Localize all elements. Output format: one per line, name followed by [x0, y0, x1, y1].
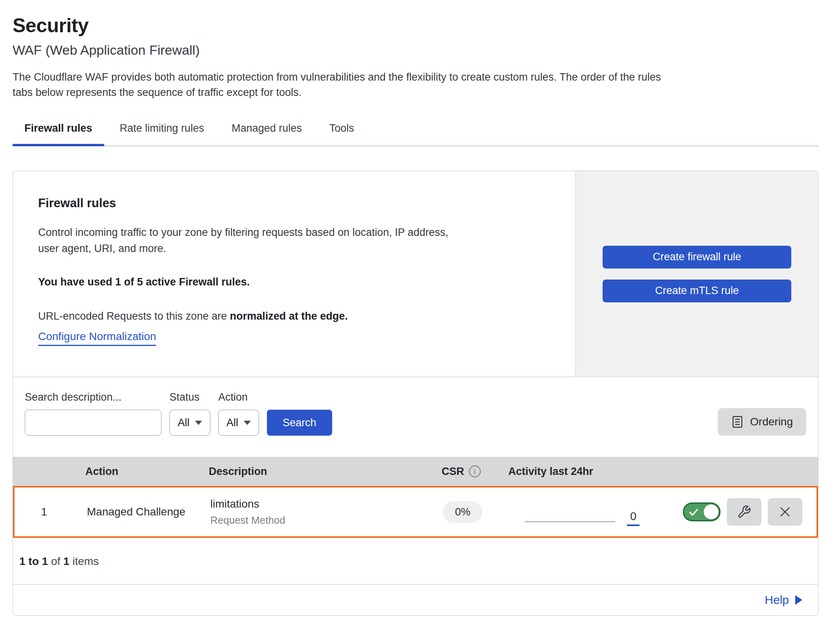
page-description: The Cloudflare WAF provides both automat…	[13, 70, 818, 100]
create-mtls-rule-button[interactable]: Create mTLS rule	[603, 280, 791, 302]
search-description-input-wrapper[interactable]	[25, 410, 162, 436]
rules-table-header: Action Description CSR Activity last 24h…	[13, 457, 818, 486]
configure-normalization-link[interactable]: Configure Normalization	[38, 330, 156, 346]
panel-description-line1: Control incoming traffic to your zone by…	[38, 226, 449, 238]
rule-description-sub: Request Method	[210, 514, 416, 526]
tab-tools[interactable]: Tools	[318, 119, 366, 145]
info-icon[interactable]	[469, 466, 481, 477]
status-filter-select[interactable]: All	[169, 410, 210, 436]
rule-enabled-toggle[interactable]	[683, 502, 721, 521]
toggle-knob	[704, 504, 719, 519]
status-filter-label: Status	[169, 391, 210, 403]
pagination-of: of	[48, 555, 63, 567]
status-filter-value: All	[178, 417, 189, 429]
check-icon	[689, 508, 699, 517]
security-waf-page: Security WAF (Web Application Firewall) …	[0, 14, 831, 616]
csr-column-label: CSR	[441, 466, 464, 478]
search-button[interactable]: Search	[267, 410, 332, 436]
tab-firewall-rules[interactable]: Firewall rules	[13, 119, 104, 145]
pagination-summary: 1 to 1 of 1 items	[13, 538, 818, 584]
panel-description: Control incoming traffic to your zone by…	[38, 224, 550, 256]
ordering-button[interactable]: Ordering	[718, 408, 806, 436]
rule-description-cell: limitations Request Method	[203, 498, 416, 526]
ordering-button-label: Ordering	[750, 416, 793, 428]
help-bar: Help	[13, 584, 818, 615]
activity-column-header: Activity last 24hr	[508, 466, 666, 478]
arrow-right-icon	[795, 595, 802, 605]
rule-action: Managed Challenge	[74, 506, 203, 518]
rule-description: limitations	[210, 498, 416, 510]
chevron-down-icon	[195, 421, 202, 425]
rule-csr-cell: 0%	[416, 501, 510, 523]
search-description-label: Search description...	[25, 391, 162, 403]
panel-title: Firewall rules	[38, 196, 550, 210]
rules-usage-text: You have used 1 of 5 active Firewall rul…	[38, 276, 550, 288]
create-rule-panel: Create firewall rule Create mTLS rule	[575, 171, 818, 377]
csr-badge: 0%	[443, 501, 482, 523]
csr-column-header: CSR	[414, 466, 508, 478]
firewall-rules-card: Firewall rules Control incoming traffic …	[13, 171, 818, 616]
rules-tab-bar: Firewall rules Rate limiting rules Manag…	[13, 119, 818, 146]
rule-controls	[667, 498, 816, 526]
chevron-down-icon	[244, 421, 251, 425]
help-link[interactable]: Help	[765, 593, 789, 607]
action-filter-label: Action	[218, 391, 259, 403]
page-title: Security	[13, 14, 818, 37]
wrench-icon	[737, 505, 751, 519]
delete-rule-button[interactable]	[768, 498, 802, 526]
action-filter-value: All	[226, 417, 238, 429]
page-description-line1: The Cloudflare WAF provides both automat…	[13, 70, 818, 85]
configure-rule-button[interactable]	[727, 498, 761, 526]
search-description-input[interactable]	[36, 416, 169, 429]
filter-controls: Search description... Status All	[25, 391, 332, 436]
action-filter-select[interactable]: All	[218, 410, 259, 436]
normalization-text: URL-encoded Requests to this zone are no…	[38, 310, 550, 322]
pagination-items: items	[70, 555, 99, 567]
page-description-line2: tabs below represents the sequence of tr…	[13, 85, 818, 100]
rule-priority: 1	[15, 506, 74, 518]
panel-description-line2: user agent, URI, and more.	[38, 243, 166, 254]
pagination-range: 1 to 1	[19, 555, 48, 567]
activity-sparkline	[525, 521, 615, 522]
activity-count-link[interactable]: 0	[627, 510, 640, 526]
x-icon	[778, 505, 792, 519]
action-column-header: Action	[72, 466, 202, 478]
create-firewall-rule-button[interactable]: Create firewall rule	[603, 246, 791, 269]
description-column-header: Description	[202, 466, 414, 478]
normalization-text-bold: normalized at the edge.	[230, 310, 348, 322]
rule-activity-cell: 0	[510, 498, 667, 526]
firewall-rules-summary: Firewall rules Control incoming traffic …	[13, 171, 818, 377]
rules-filter-bar: Search description... Status All	[13, 377, 818, 457]
page-subtitle: WAF (Web Application Firewall)	[13, 42, 818, 58]
status-filter-group: Status All	[169, 391, 210, 436]
action-filter-group: Action All	[218, 391, 259, 436]
firewall-rules-info: Firewall rules Control incoming traffic …	[13, 171, 575, 377]
normalization-text-regular: URL-encoded Requests to this zone are	[38, 310, 230, 322]
tab-managed-rules[interactable]: Managed rules	[220, 119, 314, 145]
search-description-group: Search description...	[25, 391, 162, 436]
pagination-total: 1	[63, 555, 70, 567]
table-row: 1 Managed Challenge limitations Request …	[13, 486, 818, 538]
ordering-list-icon	[731, 415, 744, 429]
tab-rate-limiting-rules[interactable]: Rate limiting rules	[108, 119, 216, 145]
